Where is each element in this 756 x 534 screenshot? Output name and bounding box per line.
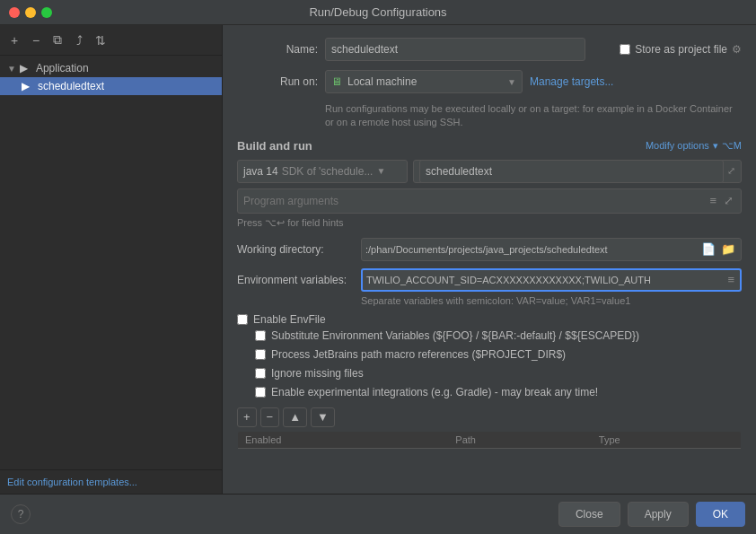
process-path-macros-checkbox[interactable] [255, 349, 266, 360]
env-vars-container[interactable]: ≡ [361, 268, 742, 292]
application-icon: ▶ [20, 62, 32, 74]
args-list-icon[interactable]: ≡ [708, 192, 718, 209]
process-path-macros-label: Process JetBrains path macro references … [271, 348, 566, 361]
col-enabled: Enabled [238, 431, 449, 448]
build-run-header: Build and run Modify options ▾ ⌥M [237, 139, 742, 153]
substitute-env-vars-checkbox[interactable] [255, 330, 266, 341]
sort-config-button[interactable]: ⇅ [92, 31, 110, 49]
chevron-down-icon: ▼ [7, 64, 16, 74]
working-dir-input[interactable] [365, 244, 698, 255]
sdk-suffix: SDK of 'schedule... [282, 165, 374, 178]
env-vars-hint: Separate variables with semicolon: VAR=v… [361, 295, 742, 306]
title-bar: Run/Debug Configurations [0, 0, 756, 25]
table-toolbar: + − ▲ ▼ [237, 407, 742, 427]
sdk-select[interactable]: java 14 SDK of 'schedule... ▼ [237, 160, 408, 183]
experimental-integrations-row: Enable experimental integrations (e.g. G… [255, 386, 742, 398]
run-config-icon: ▶ [22, 80, 34, 92]
manage-targets-link[interactable]: Manage targets... [530, 75, 613, 88]
dialog-title: Run/Debug Configurations [309, 5, 446, 19]
process-path-macros-row: Process JetBrains path macro references … [255, 348, 742, 361]
env-vars-input[interactable] [366, 275, 724, 285]
main-class-input[interactable] [419, 160, 724, 183]
press-hint: Press ⌥↩ for field hints [237, 217, 742, 229]
help-button[interactable]: ? [11, 504, 31, 524]
enable-envfile-checkbox[interactable] [237, 314, 248, 325]
working-dir-label: Working directory: [237, 243, 354, 256]
name-row: Name: Store as project file ⚙ [237, 38, 742, 61]
experimental-integrations-label: Enable experimental integrations (e.g. G… [271, 386, 598, 398]
gear-icon[interactable]: ⚙ [732, 43, 742, 56]
col-type: Type [592, 431, 742, 448]
remove-config-button[interactable]: − [27, 31, 45, 49]
expand-icon[interactable]: ⤢ [727, 165, 735, 177]
substitute-env-vars-label: Substitute Environment Variables (${FOO}… [271, 329, 639, 342]
working-dir-container: 📄 📁 [361, 238, 742, 261]
run-on-select[interactable]: 🖥 Local machine ▼ [325, 70, 523, 93]
substitute-env-vars-row: Substitute Environment Variables (${FOO}… [255, 329, 742, 342]
table-move-up-button[interactable]: ▲ [283, 407, 307, 427]
minimize-button[interactable] [25, 7, 36, 18]
dir-icons: 📄 📁 [699, 241, 737, 258]
table-row [238, 448, 742, 454]
name-label: Name: [237, 43, 318, 56]
maximize-button[interactable] [41, 7, 52, 18]
working-dir-row: Working directory: 📄 📁 [237, 238, 742, 261]
sdk-value: java 14 [243, 165, 278, 178]
dir-file-icon[interactable]: 📄 [699, 241, 717, 258]
config-tree: ▼ ▶ Application ▶ scheduledtext [0, 56, 222, 469]
section-title-build-run: Build and run [237, 139, 312, 153]
name-input[interactable] [325, 38, 585, 61]
run-on-hint: Run configurations may be executed local… [325, 102, 742, 130]
config-content: Name: Store as project file ⚙ Run on: 🖥 … [223, 25, 756, 494]
bottom-bar: ? Close Apply OK [0, 494, 756, 534]
share-config-button[interactable]: ⤴ [70, 31, 88, 49]
machine-icon: 🖥 [331, 75, 342, 88]
sidebar-footer: Edit configuration templates... [0, 469, 222, 494]
ignore-missing-files-label: Ignore missing files [271, 367, 364, 380]
store-project-label: Store as project file [635, 43, 727, 56]
copy-config-button[interactable]: ⧉ [48, 31, 66, 49]
modify-shortcut: ⌥M [722, 140, 742, 152]
close-button[interactable]: Close [558, 502, 620, 527]
sdk-row: java 14 SDK of 'schedule... ▼ ⤢ [237, 160, 742, 183]
store-project-checkbox[interactable] [620, 44, 630, 55]
col-path: Path [448, 431, 592, 448]
main-class-container: ⤢ [413, 160, 742, 183]
envfile-sub-options: Substitute Environment Variables (${FOO}… [255, 329, 742, 402]
table-move-down-button[interactable]: ▼ [311, 407, 335, 427]
env-vars-row: Environment variables: ≡ [237, 268, 742, 292]
dir-folder-icon[interactable]: 📁 [719, 241, 737, 258]
table-cell-type [592, 448, 742, 454]
run-on-label: Run on: [237, 75, 318, 88]
experimental-integrations-checkbox[interactable] [255, 387, 266, 398]
ok-button[interactable]: OK [696, 502, 745, 527]
enable-envfile-row: Enable EnvFile [237, 313, 742, 326]
main-layout: + − ⧉ ⤴ ⇅ ▼ ▶ Application ▶ scheduledtex… [0, 25, 756, 494]
program-args-container: ≡ ⤢ [237, 188, 742, 214]
args-expand-icon[interactable]: ⤢ [722, 192, 735, 209]
window-controls [9, 7, 52, 18]
sidebar-item-scheduledtext[interactable]: ▶ scheduledtext [0, 77, 222, 95]
close-button[interactable] [9, 7, 20, 18]
apply-button[interactable]: Apply [628, 502, 689, 527]
env-files-table: Enabled Path Type [237, 431, 742, 455]
table-cell-enabled [238, 448, 449, 454]
modify-options-button[interactable]: Modify options ▾ ⌥M [646, 140, 742, 152]
sidebar-group-application[interactable]: ▼ ▶ Application [0, 59, 222, 77]
sidebar-group-label: Application [36, 62, 89, 74]
ignore-missing-files-checkbox[interactable] [255, 368, 266, 379]
table-cell-path [448, 448, 592, 454]
table-remove-button[interactable]: − [260, 407, 280, 427]
env-vars-label: Environment variables: [237, 274, 354, 286]
add-config-button[interactable]: + [5, 31, 23, 49]
ignore-missing-files-row: Ignore missing files [255, 367, 742, 380]
env-vars-expand-icon[interactable]: ≡ [725, 271, 736, 288]
sidebar: + − ⧉ ⤴ ⇅ ▼ ▶ Application ▶ scheduledtex… [0, 25, 223, 494]
dialog-buttons: Close Apply OK [558, 502, 745, 527]
sidebar-toolbar: + − ⧉ ⤴ ⇅ [0, 25, 222, 56]
edit-templates-link[interactable]: Edit configuration templates... [7, 477, 137, 487]
program-args-input[interactable] [243, 195, 704, 207]
table-add-button[interactable]: + [237, 407, 257, 427]
modify-options-label: Modify options [646, 140, 709, 151]
sidebar-item-label: scheduledtext [38, 80, 104, 92]
